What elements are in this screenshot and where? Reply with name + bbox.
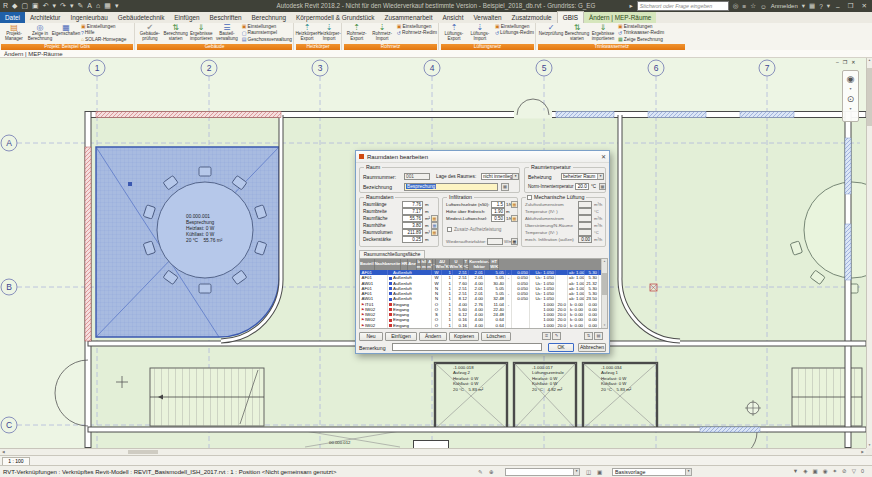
status-tool-icon[interactable]: ✎ — [478, 469, 483, 475]
ribbon-tab[interactable]: Berechnung — [247, 12, 291, 23]
steering-wheel-icon[interactable]: ◉ — [847, 74, 855, 84]
einfuegen-button[interactable]: Einfügen — [385, 332, 417, 341]
bezeichnung-input[interactable]: Besprechung — [404, 183, 498, 191]
scroll-right-icon[interactable]: ▶ — [861, 449, 864, 455]
beheizung-select[interactable]: beheizter Raum▼ — [561, 173, 604, 180]
neu-button[interactable]: Neu — [359, 332, 383, 341]
ribbon-tab[interactable]: Architektur — [25, 12, 66, 23]
horizontal-scrollbar[interactable]: ◀ ▶ — [0, 448, 866, 455]
qat-icon[interactable]: ▾ — [53, 1, 57, 11]
chevron-down-icon[interactable]: ▼ — [512, 174, 518, 179]
navbar-caret-icon[interactable]: ▾ — [849, 107, 851, 111]
qat-icon[interactable]: ▣ — [32, 1, 39, 11]
field-value[interactable]: 0.25 — [402, 236, 423, 243]
table-scrollbar[interactable]: ▲ ▼ — [601, 259, 607, 328]
search-tool-icon[interactable]: ☆ — [750, 2, 756, 10]
ribbon-button[interactable]: ⇣Rohrnetz-Import — [369, 23, 394, 41]
signin-caret-icon[interactable]: ▾ — [802, 2, 805, 10]
dialog-title-bar[interactable]: Raumdaten bearbeiten ✕ — [356, 151, 609, 163]
qat-icon[interactable]: ↶ — [43, 1, 49, 11]
field-picker-button[interactable]: ▦ — [431, 222, 438, 229]
scroll-up-icon[interactable]: ▲ — [602, 259, 607, 264]
help-icon[interactable]: ▾ — [827, 2, 830, 10]
abbrechen-button[interactable]: Abbrechen — [578, 343, 606, 352]
status-filter-icon[interactable]: ▽ — [852, 468, 856, 474]
field-value[interactable]: 0.50 — [491, 215, 505, 222]
table-header-cell[interactable]: ΔU W/m²K — [436, 259, 450, 270]
field-picker-button[interactable]: ▦ — [431, 215, 438, 222]
room-tag-besprechung[interactable]: 00.000.001BesprechungHeizlast: 0 WKühlla… — [186, 214, 258, 244]
ribbon-button[interactable]: ◎Zeige in Berechnung — [27, 23, 53, 41]
ribbon-button[interactable]: ⇣Heizkörper-Import — [318, 23, 340, 41]
worksets-select[interactable]: ▼ — [505, 468, 580, 476]
search-input[interactable]: Stichwort oder Frage eingeben — [637, 1, 729, 11]
room-tag-room12[interactable]: 00.000.012 — [329, 440, 379, 445]
qat-icon[interactable]: ◆ — [12, 1, 17, 11]
table-header-cell[interactable]: Nachbarseite — [375, 259, 402, 270]
status-filter-icon[interactable]: ◈ — [803, 468, 807, 474]
ribbon-button[interactable]: ✔Gebäude-prüfung — [137, 23, 163, 41]
ribbon-small-button[interactable]: ▢Raumstempel — [242, 30, 292, 37]
ribbon-small-button[interactable]: ▣Einstellungen — [397, 23, 437, 30]
help-icon[interactable]: ? — [819, 3, 823, 10]
table-header-cell[interactable]: Korrektur- faktor — [469, 259, 490, 270]
field-value[interactable]: 7.17 — [402, 208, 423, 215]
minimize-button[interactable]: – — [834, 3, 842, 10]
signin-button[interactable]: Anmelden — [771, 3, 798, 9]
field-value[interactable]: 1.5 — [491, 201, 505, 208]
ribbon-tab[interactable]: Ansicht — [437, 12, 468, 23]
scroll-left-icon[interactable]: ◀ — [2, 449, 5, 455]
field-picker-button[interactable]: ▦ — [431, 229, 438, 236]
vertical-scroll-thumb[interactable] — [867, 68, 872, 126]
ribbon-button[interactable]: ⇓Ergebnisse importieren — [188, 23, 214, 41]
scroll-up-icon[interactable]: ▲ — [867, 58, 872, 63]
table-header-cell[interactable]: Bauteil — [360, 259, 375, 270]
field-value[interactable]: 7.76 — [402, 201, 423, 208]
ribbon-small-button[interactable]: ▣Einstellungen — [495, 23, 534, 30]
ribbon-tab[interactable]: Verwalten — [468, 12, 506, 23]
ribbon-button[interactable]: ⇡Rohrnetz-Export — [344, 23, 369, 41]
table-tool-icon[interactable]: ≣ — [542, 332, 551, 340]
table-row[interactable]: ⚑IW02 Eingang O 1 0.16 4.00 0.64 1.000 2… — [360, 323, 607, 328]
qat-icon[interactable]: ↷ — [60, 1, 66, 11]
ribbon-small-button[interactable]: ↺Lüftungs-Redim — [495, 30, 534, 37]
scroll-down-icon[interactable]: ▼ — [867, 443, 872, 448]
ribbon-button[interactable]: ⇅Berechnung starten — [564, 23, 590, 41]
ribbon-button[interactable]: ⇡Lüftungs-Export — [441, 23, 467, 41]
sort-icon[interactable]: ▤ — [594, 332, 603, 340]
ribbon-tab[interactable]: Körpermodell & Grundstück — [291, 12, 380, 23]
ribbon-tab[interactable]: Zusatzmodule — [507, 12, 557, 23]
field-picker-button[interactable]: ▦ — [511, 238, 518, 245]
ribbon-tab[interactable]: Datei — [0, 12, 25, 23]
zusatz-aufheiz-checkbox[interactable] — [447, 227, 452, 232]
ribbon-small-button[interactable]: ▣Einstellungen — [81, 23, 126, 30]
qat-icon[interactable]: ⌂ — [96, 1, 100, 11]
ok-button[interactable]: OK — [548, 343, 574, 352]
norm-temp-field[interactable]: 20.0 — [575, 183, 589, 190]
ribbon-tab[interactable]: Einfügen — [169, 12, 204, 23]
ribbon-small-button[interactable]: ▤Geschossverwaltung — [242, 36, 292, 43]
ribbon-small-button[interactable]: ▣Einstellungen — [618, 23, 664, 30]
table-header-cell[interactable]: Anz — [408, 259, 417, 270]
ribbon-tab[interactable]: Beschriften — [205, 12, 247, 23]
table-header-cell[interactable]: HR — [401, 259, 408, 270]
qat-icon[interactable]: ▦ — [104, 1, 111, 11]
qat-icon[interactable]: A — [87, 1, 92, 11]
view-restore-icon[interactable]: ❐ — [843, 59, 847, 65]
table-header-cell[interactable]: HT W/K — [490, 259, 499, 270]
ribbon-button[interactable]: ✓Netzprüfung — [538, 23, 564, 37]
ribbon-button[interactable]: ▦Eigenschaften — [53, 23, 79, 37]
ribbon-small-button[interactable]: ?Hilfe — [81, 30, 126, 37]
ribbon-small-button[interactable]: ▦Zeige Berechnung — [618, 36, 664, 43]
design-option-select[interactable]: Basisvorlage▼ — [612, 468, 692, 476]
navbar-caret-icon[interactable]: ▾ — [849, 87, 851, 91]
status-tool-icon[interactable]: ◫ — [586, 469, 591, 475]
view-close-icon[interactable]: ✕ — [851, 59, 855, 65]
table-scroll-thumb[interactable] — [602, 273, 607, 295]
qat-icon[interactable]: ▢ — [21, 1, 28, 11]
ribbon-button[interactable]: ⇓Ergebnisse importieren — [590, 23, 616, 41]
chevron-down-icon[interactable]: ▼ — [573, 469, 579, 475]
field-value[interactable]: 211.89 — [402, 229, 423, 236]
ribbon-button[interactable]: ⇣Lüftungs-Import — [467, 23, 493, 41]
help-icon[interactable]: ▦ — [809, 2, 815, 10]
